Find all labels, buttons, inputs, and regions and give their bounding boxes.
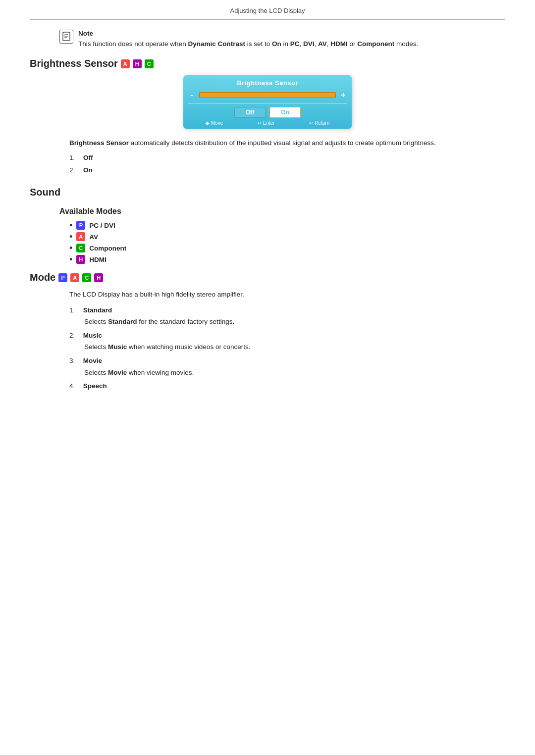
brightness-sensor-description: Brightness Sensor automatically detects … xyxy=(69,138,505,149)
bullet-pc-dvi: • xyxy=(69,221,72,230)
badge-a: A xyxy=(121,59,130,68)
page-container: Adjusting the LCD Display Note This func… xyxy=(0,0,535,756)
osd-plus: + xyxy=(340,91,347,100)
osd-minus: - xyxy=(188,91,195,100)
osd-btn-off[interactable]: Off xyxy=(234,107,266,118)
badge-h-mode2: H xyxy=(94,273,103,282)
mode-body: The LCD Display has a built-in high fide… xyxy=(69,289,505,392)
osd-enter-icon: ↵ xyxy=(258,120,262,126)
mode-movie-label: Movie xyxy=(83,357,102,364)
bullet-av: • xyxy=(69,232,72,241)
bs-list-label-1: Off xyxy=(83,152,93,163)
available-modes-list: • P PC / DVI • A AV • C Component • H HD… xyxy=(69,221,505,264)
osd-nav-return: ↩ Return xyxy=(309,120,329,126)
mode-hdmi-label: HDMI xyxy=(89,256,107,263)
mode-movie-desc: Selects Movie when viewing movies. xyxy=(84,367,505,378)
osd-title: Brightness Sensor xyxy=(188,79,347,87)
mode-list-item-1: 1. Standard Selects Standard for the sta… xyxy=(69,305,505,327)
badge-c-mode2: C xyxy=(82,273,91,282)
mode-list-item-3: 3. Movie Selects Movie when viewing movi… xyxy=(69,355,505,378)
bs-list-item-1: 1. Off xyxy=(69,152,505,163)
badge-p-mode2: P xyxy=(58,273,67,282)
mode-standard-desc: Selects Standard for the standard factor… xyxy=(84,316,505,327)
osd-btn-on[interactable]: On xyxy=(269,107,301,118)
mode-label: Mode xyxy=(30,272,55,283)
note-icon xyxy=(59,30,73,44)
note-text: This function does not operate when Dyna… xyxy=(78,39,418,49)
mode-standard-label: Standard xyxy=(83,306,112,314)
mode-list-item-2: 2. Music Selects Music when watching mus… xyxy=(69,330,505,353)
note-title: Note xyxy=(78,30,418,37)
badge-h: H xyxy=(133,59,142,68)
osd-nav-enter: ↵ Enter xyxy=(258,120,275,126)
bs-list-label-2: On xyxy=(83,165,93,176)
osd-nav-row: ◆ Move ↵ Enter ↩ Return xyxy=(188,120,347,126)
mode-description: The LCD Display has a built-in high fide… xyxy=(69,289,505,300)
page-header: Adjusting the LCD Display xyxy=(30,0,505,19)
sound-heading: Sound xyxy=(30,187,505,198)
bs-list-item-2: 2. On xyxy=(69,165,505,176)
mode-speech-label: Speech xyxy=(83,382,107,390)
osd-slider-row: - + xyxy=(188,91,347,100)
available-modes-heading: Available Modes xyxy=(59,207,505,216)
brightness-sensor-heading: Brightness Sensor A H C xyxy=(30,58,505,69)
osd-move-icon: ◆ xyxy=(206,120,210,126)
mode-av-label: AV xyxy=(89,233,98,241)
mode-pc-dvi-label: PC / DVI xyxy=(89,222,115,229)
osd-return-icon: ↩ xyxy=(309,120,313,126)
osd-slider-fill xyxy=(200,93,335,98)
brightness-sensor-bold: Brightness Sensor xyxy=(69,139,129,147)
mode-num-4: 4. xyxy=(69,381,81,392)
bs-list-num-2: 2. xyxy=(69,165,79,176)
note-content: Note This function does not operate when… xyxy=(78,30,418,49)
mode-list-item-4: 4. Speech xyxy=(69,381,505,392)
badge-c-mode: C xyxy=(76,244,85,252)
badge-p-mode: P xyxy=(76,221,85,230)
mode-num-3: 3. xyxy=(69,355,81,366)
mode-pc-dvi: • P PC / DVI xyxy=(69,221,505,230)
osd-options-row: Off On xyxy=(188,107,347,118)
note-box: Note This function does not operate when… xyxy=(59,30,505,49)
mode-heading: Mode P A C H xyxy=(30,272,505,283)
sound-label: Sound xyxy=(30,187,60,198)
mode-hdmi: • H HDMI xyxy=(69,255,505,264)
mode-av: • A AV xyxy=(69,232,505,241)
bullet-component: • xyxy=(69,244,72,252)
mode-component-label: Component xyxy=(89,245,126,252)
osd-divider xyxy=(188,103,347,104)
mode-num-2: 2. xyxy=(69,330,81,341)
bs-list-num-1: 1. xyxy=(69,152,79,163)
badge-a-mode2: A xyxy=(70,273,79,282)
mode-music-desc: Selects Music when watching music videos… xyxy=(84,342,505,353)
mode-music-label: Music xyxy=(83,332,102,339)
brightness-sensor-label: Brightness Sensor xyxy=(30,58,118,69)
badge-h-mode: H xyxy=(76,255,85,264)
badge-a-mode: A xyxy=(76,232,85,241)
mode-num-1: 1. xyxy=(69,305,81,316)
osd-nav-move: ◆ Move xyxy=(206,120,223,126)
bullet-hdmi: • xyxy=(69,255,72,264)
brightness-sensor-body: Brightness Sensor automatically detects … xyxy=(69,138,505,176)
mode-component: • C Component xyxy=(69,244,505,252)
badge-c: C xyxy=(145,59,154,68)
page-title: Adjusting the LCD Display xyxy=(230,7,305,14)
osd-menu: Brightness Sensor - + Off On ◆ Move ↵ En… xyxy=(183,75,352,129)
top-rule xyxy=(30,19,505,20)
osd-slider-track xyxy=(199,92,336,98)
